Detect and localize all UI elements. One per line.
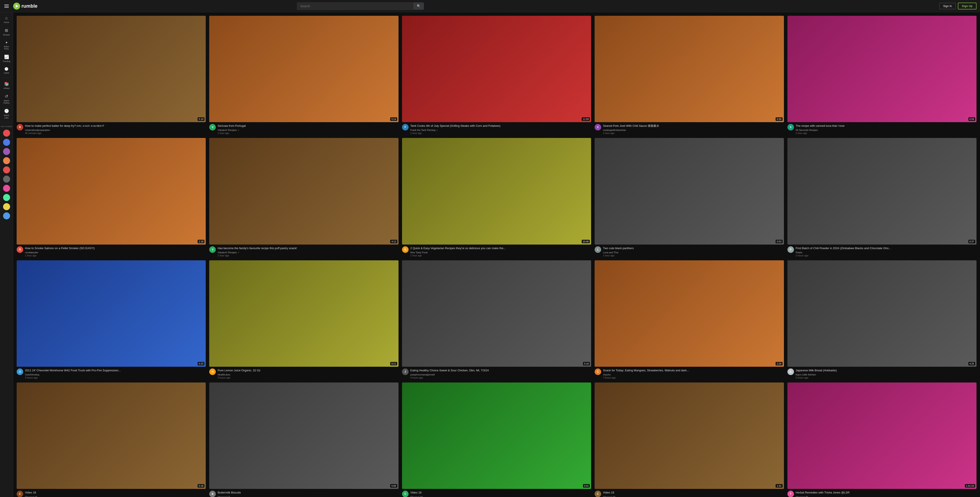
channel-avatar[interactable]: V — [209, 124, 216, 131]
channel-avatar[interactable]: C — [402, 491, 409, 497]
video-info: L Two cute black panthers Luna and Thor … — [595, 246, 784, 257]
featured-channel-5[interactable] — [3, 166, 10, 174]
video-title: Snack for Today: Eating Mangoes, Strawbe… — [603, 368, 784, 373]
channel-name: josephnormandgrinnell — [410, 373, 591, 376]
video-title: Sericaia from Portugal — [218, 124, 398, 128]
channel-avatar[interactable]: 5 — [788, 124, 794, 131]
video-card[interactable]: 0:23 U 2011 24' Chevrolet Workhorse W42 … — [17, 260, 206, 379]
logo[interactable]: rumble — [13, 3, 37, 10]
channel-avatar[interactable]: U — [17, 368, 23, 375]
video-card[interactable]: 5:19 R How to make perfect batter for de… — [17, 16, 206, 134]
video-thumbnail: 0:41 — [402, 382, 591, 489]
sidebar-item-latest[interactable]: 🕐 Latest — [1, 65, 13, 76]
video-info: F Tank Cooks 4th of July Special (Grilli… — [402, 124, 591, 134]
video-card[interactable]: 0:30 C Seared Pork Jowl With Chili Sauce… — [595, 16, 784, 134]
video-title: Video 16 — [25, 491, 206, 495]
video-card[interactable]: 1:41 C Video 19 Channel 19 11 hours ago — [595, 382, 784, 497]
video-duration: 1:41 — [776, 484, 783, 487]
video-thumbnail: 0:11 — [209, 260, 398, 367]
video-meta: Buttermilk Biscuits Channel 17 9 hours a… — [218, 491, 398, 497]
channel-avatar[interactable]: J — [402, 368, 409, 375]
video-card[interactable]: 10:46 N 2 Quick & Easy Vegetarian Recipe… — [402, 138, 591, 256]
home-icon: ⌂ — [5, 16, 8, 21]
video-title: 2 Quick & Easy Vegetarian Recipes they'r… — [410, 246, 591, 250]
video-duration: 0:41 — [583, 484, 590, 487]
featured-channel-9[interactable] — [3, 203, 10, 210]
video-duration: 11:59 — [582, 117, 590, 121]
video-card[interactable]: 4:25 K Japanese Milk Bread (Hokkaido) Ka… — [788, 260, 977, 379]
sidebar-item-editor-picks[interactable]: ✦ Editor Picks — [1, 39, 13, 52]
sidebar-item-watch-history[interactable]: ↺ Watch History — [1, 92, 13, 106]
channel-avatar[interactable]: V — [209, 246, 216, 253]
video-info: C Snack for Today: Eating Mangoes, Straw… — [595, 368, 784, 379]
featured-channel-3[interactable] — [3, 148, 10, 155]
channel-avatar[interactable]: F — [402, 124, 409, 131]
channel-name: VdudesV Recipes✓ — [218, 251, 398, 254]
featured-channel-1[interactable] — [3, 130, 10, 137]
channel-avatar[interactable]: R — [17, 246, 23, 253]
channel-name: Channel 18 — [410, 496, 591, 497]
sidebar-item-browse[interactable]: ⊞ Browse — [1, 26, 13, 38]
video-card[interactable]: 0:18 J Eating Healthy Choice Sweet & Sou… — [402, 260, 591, 379]
header-left: rumble — [3, 3, 37, 10]
video-card[interactable]: 0:11 H Pure Lemon Juice Organic, 32 Oz H… — [209, 260, 398, 379]
video-time: 1 hour ago — [603, 132, 784, 134]
video-duration: 4:12 — [390, 240, 397, 243]
featured-channel-2[interactable] — [3, 139, 10, 146]
featured-channel-8[interactable] — [3, 194, 10, 201]
video-card[interactable]: 5:14 V Sericaia from Portugal VdudesV Re… — [209, 16, 398, 134]
channel-name: Channel 19 — [603, 496, 784, 497]
channel-avatar[interactable]: C — [595, 368, 601, 375]
channel-avatar[interactable]: K — [788, 368, 794, 375]
featured-channel-6[interactable] — [3, 175, 10, 183]
sign-in-button[interactable]: Sign In — [939, 3, 956, 9]
video-meta: Two cute black panthers Luna and Thor 1 … — [603, 246, 784, 257]
channel-avatar[interactable]: N — [402, 246, 409, 253]
video-card[interactable]: 0:18 C Video 16 Channel 16 8 hours ago — [17, 382, 206, 497]
featured-channel-10[interactable] — [3, 212, 10, 219]
channel-name: VdudesV Recipes✓ — [218, 129, 398, 131]
video-card[interactable]: 2:26 C Snack for Today: Eating Mangoes, … — [595, 260, 784, 379]
search-input[interactable] — [297, 3, 414, 10]
video-duration: 0:18 — [197, 484, 204, 487]
video-info: H Pure Lemon Juice Organic, 32 Oz Health… — [209, 368, 398, 379]
channel-avatar[interactable]: C — [595, 124, 601, 131]
channel-avatar[interactable]: C — [17, 491, 23, 497]
search-button[interactable]: 🔍 — [414, 3, 424, 10]
video-card[interactable]: 11:59 F Tank Cooks 4th of July Special (… — [402, 16, 591, 134]
video-card[interactable]: 1:01:03 T Herbal Remedies with Trisha Jo… — [788, 382, 977, 497]
featured-channel-7[interactable] — [3, 185, 10, 192]
menu-button[interactable] — [3, 4, 10, 8]
video-title: Eating Healthy Choice Sweet & Sour Chick… — [410, 368, 591, 373]
sign-up-button[interactable]: Sign Up — [958, 3, 977, 10]
video-card[interactable]: 0:59 5 The recipe with canned tuna that … — [788, 16, 977, 134]
featured-channel-4[interactable] — [3, 157, 10, 164]
channel-avatar[interactable]: L — [595, 246, 601, 253]
sidebar-item-home[interactable]: ⌂ Home — [1, 14, 13, 25]
video-card[interactable]: 0:37 P First Batch of Chili Powder in 20… — [788, 138, 977, 256]
sidebar-item-library[interactable]: 📚 Library — [1, 80, 13, 91]
verified-icon: ✓ — [436, 129, 438, 131]
video-meta: Tank Cooks 4th of July Special (Grilling… — [410, 124, 591, 134]
video-card[interactable]: 0:53 L Two cute black panthers Luna and … — [595, 138, 784, 256]
video-card[interactable]: 5:06 B Buttermilk Biscuits Channel 17 9 … — [209, 382, 398, 497]
video-card[interactable]: 2:18 R How to Smoke Salmon on a Pellet S… — [17, 138, 206, 256]
channel-avatar[interactable]: T — [788, 491, 794, 497]
sidebar-item-watch-later[interactable]: 🕐 Watch Later — [1, 107, 13, 121]
video-card[interactable]: 0:41 C Video 18 Channel 18 10 hours ago — [402, 382, 591, 497]
channel-avatar[interactable]: C — [595, 491, 601, 497]
video-title: Tank Cooks 4th of July Special (Grilling… — [410, 124, 591, 128]
video-thumbnail: 0:18 — [17, 382, 206, 489]
video-thumbnail: 10:46 — [402, 138, 591, 244]
header-right: Sign In Sign Up — [939, 3, 977, 10]
sidebar-item-trending[interactable]: 📈 Trending — [1, 53, 13, 64]
video-duration: 1:01:03 — [965, 484, 975, 487]
channel-avatar[interactable]: B — [209, 491, 216, 497]
watch-later-icon: 🕐 — [4, 108, 9, 113]
video-card[interactable]: 4:12 V Has become the family's favourite… — [209, 138, 398, 256]
video-title: Japanese Milk Bread (Hokkaido) — [796, 368, 977, 373]
channel-avatar[interactable]: P — [788, 246, 794, 253]
channel-name: Nice Tasty Food — [410, 251, 591, 254]
channel-avatar[interactable]: R — [17, 124, 23, 131]
channel-avatar[interactable]: H — [209, 368, 216, 375]
